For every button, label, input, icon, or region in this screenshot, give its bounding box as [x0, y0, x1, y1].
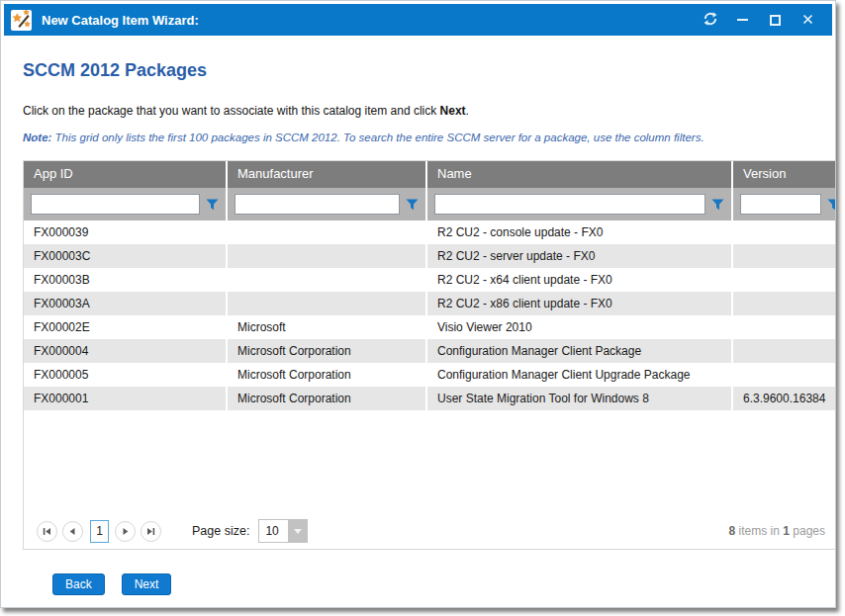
pages-count: 1 — [783, 524, 790, 538]
table-row[interactable]: FX000001Microsoft CorporationUser State … — [24, 387, 835, 410]
filter-funnel-button-manufacturer[interactable] — [403, 195, 422, 214]
funnel-icon — [206, 199, 219, 211]
filter-input-version[interactable] — [740, 194, 821, 215]
cell-app_id: FX00003A — [24, 292, 228, 315]
dropdown-arrow-button[interactable] — [288, 520, 307, 542]
cell-app_id: FX000005 — [24, 363, 228, 387]
table-row[interactable]: FX000005Microsoft CorporationConfigurati… — [24, 363, 835, 387]
minimize-button[interactable] — [726, 7, 759, 33]
packages-grid: App IDManufacturerNameVersion FX000039R2… — [23, 160, 835, 550]
instruction-suffix: . — [466, 104, 469, 118]
column-header-version[interactable]: Version — [733, 161, 835, 188]
cell-name: R2 CU2 - server update - FX0 — [427, 244, 733, 268]
table-row[interactable]: FX00002EMicrosoftVisio Viewer 2010 — [24, 315, 835, 339]
filter-cell-name — [427, 188, 733, 220]
first-page-button[interactable] — [37, 521, 57, 542]
prev-page-icon — [68, 524, 77, 539]
instruction-prefix: Click on the package that you want to as… — [23, 104, 440, 118]
cell-app_id: FX000004 — [24, 339, 228, 363]
titlebar: ★ ★ ★ New Catalog Item Wizard: — [4, 4, 832, 36]
dialog-content: SCCM 2012 Packages Click on the package … — [1, 60, 835, 595]
column-header-app_id[interactable]: App ID — [24, 161, 228, 188]
cell-manufacturer: Microsoft — [228, 315, 427, 339]
note-text: Note: This grid only lists the first 100… — [23, 132, 835, 143]
footer-buttons: Back Next — [52, 573, 835, 595]
dialog-window: ★ ★ ★ New Catalog Item Wizard: SCCM 2012… — [0, 0, 836, 608]
cell-manufacturer — [228, 220, 427, 244]
filter-input-app_id[interactable] — [31, 194, 200, 215]
filter-input-manufacturer[interactable] — [235, 194, 400, 215]
cell-app_id: FX00002E — [24, 315, 228, 339]
table-row[interactable]: FX00003BR2 CU2 - x64 client update - FX0 — [24, 268, 835, 292]
cell-version — [733, 268, 835, 292]
cell-name: Configuration Manager Client Package — [427, 339, 733, 363]
close-button[interactable] — [792, 7, 824, 33]
filter-funnel-button-app_id[interactable] — [203, 195, 222, 214]
pager-bar: 1 Page size: 10 8 items in 1 pages — [24, 513, 835, 549]
page-title: SCCM 2012 Packages — [23, 60, 835, 81]
next-page-button[interactable] — [115, 521, 136, 542]
last-page-button[interactable] — [141, 521, 161, 542]
instruction-next-word: Next — [440, 104, 466, 118]
page-size-dropdown[interactable]: 10 — [258, 519, 308, 543]
cell-manufacturer — [228, 268, 427, 292]
cell-version — [733, 244, 835, 268]
wizard-icon: ★ ★ ★ — [11, 10, 32, 31]
grid-body: FX000039R2 CU2 - console update - FX0FX0… — [24, 220, 835, 410]
maximize-button[interactable] — [759, 7, 792, 33]
cell-app_id: FX000039 — [24, 220, 228, 244]
table-row[interactable]: FX000039R2 CU2 - console update - FX0 — [24, 220, 835, 244]
cell-version — [733, 363, 835, 387]
window-title: New Catalog Item Wizard: — [42, 13, 199, 28]
last-page-icon — [146, 524, 155, 539]
grid-table: App IDManufacturerNameVersion FX000039R2… — [24, 161, 835, 410]
table-row[interactable]: FX000004Microsoft CorporationConfigurati… — [24, 339, 835, 363]
cell-app_id: FX00003C — [24, 244, 228, 268]
funnel-icon — [406, 199, 419, 211]
cell-name: Visio Viewer 2010 — [427, 315, 733, 339]
chevron-down-icon — [294, 529, 302, 534]
table-row[interactable]: FX00003AR2 CU2 - x86 client update - FX0 — [24, 292, 835, 315]
cell-version — [733, 220, 835, 244]
current-page-button[interactable]: 1 — [90, 520, 109, 543]
window-controls — [694, 7, 824, 33]
cell-name: R2 CU2 - x64 client update - FX0 — [427, 268, 733, 292]
cell-app_id: FX00003B — [24, 268, 228, 292]
funnel-icon — [827, 199, 835, 211]
grid-filter-row — [24, 188, 835, 220]
table-row[interactable]: FX00003CR2 CU2 - server update - FX0 — [24, 244, 835, 268]
close-icon — [802, 13, 813, 28]
cell-version — [733, 339, 835, 363]
cell-app_id: FX000001 — [24, 387, 228, 410]
cell-version — [733, 292, 835, 315]
cell-manufacturer: Microsoft Corporation — [228, 387, 427, 410]
back-button[interactable]: Back — [52, 573, 105, 595]
instruction-text: Click on the package that you want to as… — [23, 104, 835, 118]
filter-cell-manufacturer — [228, 188, 427, 220]
prev-page-button[interactable] — [62, 521, 83, 542]
next-page-icon — [121, 524, 130, 539]
note-body: This grid only lists the first 100 packa… — [51, 132, 704, 143]
refresh-button[interactable] — [694, 7, 726, 33]
cell-version: 6.3.9600.16384 — [733, 387, 835, 410]
filter-cell-version — [733, 188, 835, 220]
pager-summary: 8 items in 1 pages — [729, 524, 825, 538]
cell-name: R2 CU2 - x86 client update - FX0 — [427, 292, 733, 315]
cell-manufacturer — [228, 292, 427, 315]
column-header-manufacturer[interactable]: Manufacturer — [228, 161, 427, 188]
pages-text: pages — [790, 524, 825, 538]
maximize-icon — [770, 15, 781, 26]
grid-header-row: App IDManufacturerNameVersion — [24, 161, 835, 188]
filter-funnel-button-version[interactable] — [824, 195, 835, 214]
minimize-icon — [737, 19, 748, 21]
filter-funnel-button-name[interactable] — [708, 195, 727, 214]
cell-version — [733, 315, 835, 339]
filter-input-name[interactable] — [434, 194, 705, 215]
cell-name: User State Migration Tool for Windows 8 — [427, 387, 733, 410]
column-header-name[interactable]: Name — [427, 161, 733, 188]
cell-manufacturer: Microsoft Corporation — [228, 339, 427, 363]
items-text: items in — [735, 524, 783, 538]
cell-manufacturer: Microsoft Corporation — [228, 363, 427, 387]
cell-name: Configuration Manager Client Upgrade Pac… — [427, 363, 733, 387]
next-button[interactable]: Next — [122, 573, 172, 595]
